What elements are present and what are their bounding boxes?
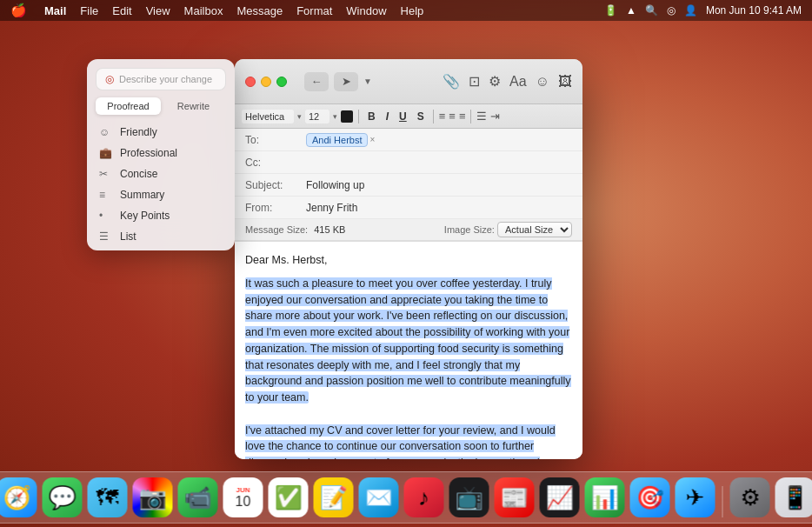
dock-icon-notes[interactable]: 📝 — [314, 477, 354, 517]
dock-icon-stocks[interactable]: 📈 — [540, 477, 580, 517]
dock-icon-music[interactable]: ♪ — [404, 477, 444, 517]
dock-icon-facetime[interactable]: 📹 — [178, 477, 218, 517]
dock-icon-calendar[interactable]: JUN 10 — [223, 477, 263, 517]
from-value: Jenny Frith — [306, 202, 572, 214]
tone-friendly[interactable]: ☺ Friendly — [87, 122, 235, 143]
minimize-button[interactable] — [261, 77, 271, 87]
datetime: Mon Jun 10 9:41 AM — [706, 4, 802, 17]
concise-icon: ✂ — [99, 168, 113, 180]
dock-icon-news[interactable]: 📰 — [495, 477, 535, 517]
close-button[interactable] — [245, 77, 256, 87]
dock-separator — [722, 486, 723, 517]
size-chevron[interactable]: ▾ — [333, 112, 337, 121]
format-divider-3 — [470, 110, 471, 123]
professional-icon: 💼 — [99, 147, 113, 159]
message-size-label: Message Size: 415 KB — [245, 224, 345, 235]
concise-label: Concise — [120, 168, 157, 180]
dock-icon-keynote[interactable]: 🎯 — [630, 477, 670, 517]
menubar-window[interactable]: Window — [346, 4, 386, 17]
recipient-remove-icon[interactable]: × — [369, 135, 375, 144]
indent-icon[interactable]: ⇥ — [490, 110, 500, 123]
align-right-icon[interactable]: ≡ — [459, 110, 466, 123]
list-format-icon[interactable]: ☰ — [476, 110, 487, 123]
window-titlebar: ← ➤ ▼ 📎 ⊡ ⚙ Aa ☺ 🖼 — [235, 59, 582, 104]
emoji-icon[interactable]: ☺ — [536, 74, 549, 90]
mail-compose-window: ← ➤ ▼ 📎 ⊡ ⚙ Aa ☺ 🖼 Helvetica ▾ 12 ▾ B I … — [235, 59, 582, 459]
menubar-edit[interactable]: Edit — [112, 4, 131, 17]
format-list[interactable]: ☰ List — [87, 226, 235, 247]
ai-search-bar[interactable]: ◎ Describe your change — [96, 68, 226, 90]
menubar-app-name[interactable]: Mail — [44, 4, 66, 17]
dock-icon-messages[interactable]: 💬 — [43, 477, 83, 517]
format-table[interactable]: ⊞ Table — [87, 247, 235, 250]
dock-icon-iphone-mirroring[interactable]: 📱 — [775, 477, 813, 517]
dock-icon-photos[interactable]: 📷 — [133, 477, 173, 517]
ai-sidebar-panel: ◎ Describe your change Proofread Rewrite… — [87, 59, 235, 250]
align-center-icon[interactable]: ≡ — [449, 110, 456, 123]
maximize-button[interactable] — [276, 77, 287, 87]
menubar-mailbox[interactable]: Mailbox — [184, 4, 223, 17]
siri-icon[interactable]: ◎ — [667, 4, 676, 17]
menubar-right: 🔋 ▲ 🔍 ◎ 👤 Mon Jun 10 9:41 AM — [604, 4, 802, 17]
email-body[interactable]: Dear Ms. Herbst, It was such a pleasure … — [235, 242, 582, 459]
bold-button[interactable]: B — [364, 109, 379, 124]
format-keypoints[interactable]: • Key Points — [87, 205, 235, 226]
italic-button[interactable]: I — [383, 109, 392, 124]
back-icon: ← — [311, 75, 323, 88]
attachment-icon[interactable]: 📎 — [443, 73, 460, 90]
underline-button[interactable]: U — [396, 109, 410, 124]
strikethrough-button[interactable]: S — [414, 109, 428, 124]
chevron-down-icon[interactable]: ▼ — [363, 77, 372, 86]
menubar-help[interactable]: Help — [401, 4, 424, 17]
send-icon: ➤ — [342, 75, 351, 88]
font-chevron[interactable]: ▾ — [297, 112, 302, 121]
format-divider-2 — [433, 110, 434, 123]
ai-search-placeholder[interactable]: Describe your change — [119, 74, 216, 84]
tab-proofread[interactable]: Proofread — [96, 97, 161, 115]
tone-professional[interactable]: 💼 Professional — [87, 143, 235, 163]
apple-menu[interactable]: 🍎 — [10, 3, 27, 18]
list-icon: ☰ — [99, 230, 113, 243]
keypoints-icon: • — [99, 210, 113, 222]
menubar-view[interactable]: View — [146, 4, 170, 17]
menubar-message[interactable]: Message — [236, 4, 283, 17]
dock-icon-mail[interactable]: ✉️ — [359, 477, 399, 517]
align-left-icon[interactable]: ≡ — [439, 110, 446, 123]
search-icon[interactable]: 🔍 — [645, 4, 658, 17]
summary-label: Summary — [120, 189, 164, 201]
photo-icon[interactable]: 🖼 — [558, 74, 572, 90]
recipient-tag[interactable]: Andi Herbst — [306, 133, 368, 147]
dock-icon-reminders[interactable]: ✅ — [269, 477, 309, 517]
show-hide-icon[interactable]: ⊡ — [469, 73, 480, 90]
dock-icon-maps[interactable]: 🗺 — [88, 477, 128, 517]
subject-value[interactable]: Following up — [306, 179, 572, 191]
format-summary[interactable]: ≡ Summary — [87, 184, 235, 205]
menubar-format[interactable]: Format — [296, 4, 332, 17]
dock-icon-testflight[interactable]: ✈ — [676, 477, 715, 517]
menubar: 🍎 Mail File Edit View Mailbox Message Fo… — [0, 0, 812, 21]
dock-icon-system-preferences[interactable]: ⚙ — [730, 477, 770, 517]
cc-label: Cc: — [245, 157, 306, 169]
menubar-left: 🍎 Mail File Edit View Mailbox Message Fo… — [10, 3, 423, 18]
image-size-area: Image Size: Actual Size — [444, 222, 572, 237]
email-headers: To: Andi Herbst × Cc: Subject: Following… — [235, 129, 582, 242]
back-button[interactable]: ← — [304, 72, 329, 91]
from-label: From: — [245, 202, 306, 214]
dock-icon-numbers[interactable]: 📊 — [585, 477, 625, 517]
cc-row: Cc: — [235, 151, 582, 174]
dock: 🙂 ⊞ 🧭 💬 🗺 📷 📹 JUN 10 ✅ 📝 ✉️ ♪ 📺 📰 📈 📊 🎯 … — [0, 471, 812, 524]
font-size-field[interactable]: 12 — [305, 110, 329, 123]
menubar-file[interactable]: File — [80, 4, 98, 17]
options-icon[interactable]: ⚙ — [489, 73, 501, 90]
font-selector[interactable]: Helvetica — [242, 110, 294, 123]
tab-rewrite[interactable]: Rewrite — [161, 97, 226, 115]
dock-icon-appletv[interactable]: 📺 — [449, 477, 489, 517]
image-size-select[interactable]: Actual Size — [497, 222, 572, 237]
dock-icon-safari[interactable]: 🧭 — [0, 477, 37, 517]
tone-concise[interactable]: ✂ Concise — [87, 163, 235, 184]
font-size-icon[interactable]: Aa — [509, 74, 527, 90]
salutation: Dear Ms. Herbst, — [245, 252, 572, 269]
text-color-picker[interactable] — [341, 110, 353, 123]
to-row: To: Andi Herbst × — [235, 129, 582, 151]
send-button[interactable]: ➤ — [334, 72, 358, 91]
